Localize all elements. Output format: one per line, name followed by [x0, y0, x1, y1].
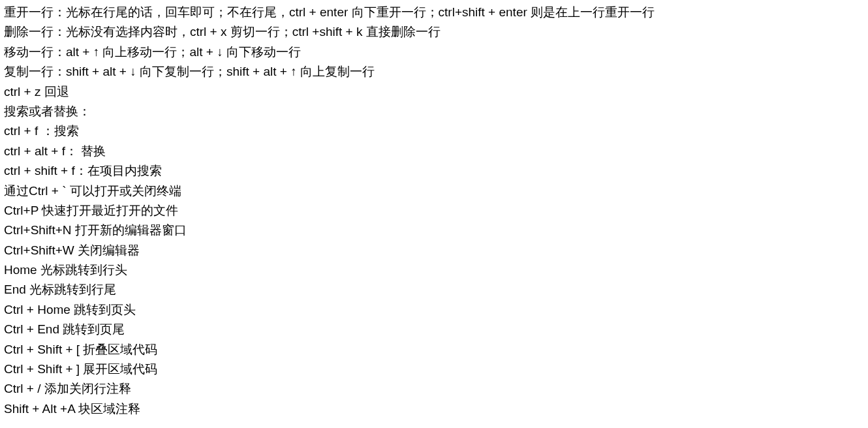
- shortcut-line: ctrl + f ：搜索: [4, 121, 864, 141]
- shortcut-line: 重开一行：光标在行尾的话，回车即可；不在行尾，ctrl + enter 向下重开…: [4, 3, 864, 22]
- shortcut-line: Ctrl + / 添加关闭行注释: [4, 379, 864, 399]
- shortcut-line: Ctrl + End 跳转到页尾: [4, 320, 864, 339]
- shortcut-line: 删除一行：光标没有选择内容时，ctrl + x 剪切一行；ctrl +shift…: [4, 22, 864, 42]
- shortcut-line: ctrl + shift + f：在项目内搜索: [4, 161, 864, 181]
- shortcut-list: 重开一行：光标在行尾的话，回车即可；不在行尾，ctrl + enter 向下重开…: [4, 3, 864, 419]
- shortcut-line: 移动一行：alt + ↑ 向上移动一行；alt + ↓ 向下移动一行: [4, 42, 864, 62]
- shortcut-line: ctrl + z 回退: [4, 82, 864, 102]
- shortcut-line: 通过Ctrl + ` 可以打开或关闭终端: [4, 181, 864, 201]
- shortcut-line: 搜索或者替换：: [4, 102, 864, 121]
- shortcut-line: Ctrl+P 快速打开最近打开的文件: [4, 201, 864, 221]
- shortcut-line: 复制一行：shift + alt + ↓ 向下复制一行；shift + alt …: [4, 62, 864, 82]
- shortcut-line: Ctrl + Shift + [ 折叠区域代码: [4, 340, 864, 359]
- shortcut-line: End 光标跳转到行尾: [4, 280, 864, 299]
- shortcut-line: Ctrl + Shift + ] 展开区域代码: [4, 359, 864, 379]
- shortcut-line: Shift + Alt +A 块区域注释: [4, 399, 864, 419]
- shortcut-line: Home 光标跳转到行头: [4, 260, 864, 280]
- shortcut-line: Ctrl + Home 跳转到页头: [4, 300, 864, 320]
- shortcut-line: Ctrl+Shift+W 关闭编辑器: [4, 241, 864, 260]
- shortcut-line: Ctrl+Shift+N 打开新的编辑器窗口: [4, 221, 864, 240]
- shortcut-line: ctrl + alt + f： 替换: [4, 142, 864, 161]
